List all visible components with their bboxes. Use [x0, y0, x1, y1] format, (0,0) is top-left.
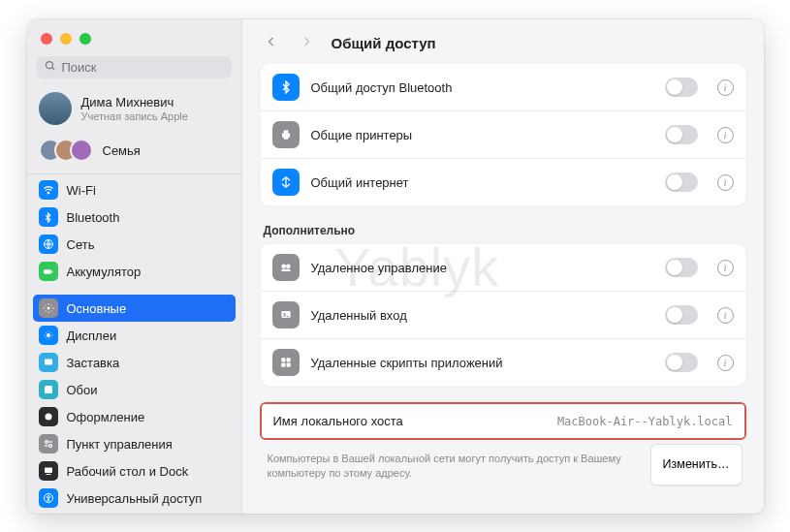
sidebar-item-control-center[interactable]: Пункт управления: [27, 430, 241, 457]
info-icon[interactable]: i: [717, 79, 734, 96]
row-internet-sharing[interactable]: Общий интернет i: [261, 159, 745, 205]
sidebar-item-screensaver[interactable]: Заставка: [27, 349, 241, 376]
back-button[interactable]: [262, 33, 281, 53]
svg-rect-21: [283, 137, 288, 140]
gear-icon: [39, 298, 58, 318]
row-bluetooth-sharing[interactable]: Общий доступ Bluetooth i: [261, 64, 745, 111]
svg-rect-25: [281, 311, 290, 318]
svg-rect-16: [46, 474, 50, 475]
row-remote-login[interactable]: Удаленный вход i: [261, 292, 745, 339]
family-row[interactable]: Семья: [27, 133, 241, 172]
advanced-panel: Удаленное управление i Удаленный вход i: [260, 243, 746, 387]
preferences-window: Yablyk Дима Михневич Учетная запись Appl…: [27, 19, 764, 514]
family-label: Семья: [103, 143, 141, 158]
remote-events-icon: [272, 349, 300, 376]
sidebar-item-label: Дисплеи: [67, 329, 117, 343]
accessibility-icon: [39, 488, 58, 508]
svg-rect-20: [283, 130, 288, 133]
advanced-section-label: Дополнительно: [264, 224, 743, 237]
sidebar-item-network[interactable]: Сеть: [27, 231, 241, 258]
local-hostname-highlight: Имя локального хоста MacBook-Air--Yablyk…: [260, 402, 746, 440]
display-icon: [39, 326, 58, 345]
window-controls: [27, 19, 241, 54]
svg-line-1: [51, 68, 54, 71]
sidebar-item-label: Пункт управления: [67, 437, 173, 452]
minimize-icon[interactable]: [60, 33, 72, 45]
svg-rect-9: [45, 386, 52, 393]
control-center-icon: [39, 434, 58, 454]
toggle[interactable]: [665, 353, 698, 372]
row-label: Общий интернет: [311, 175, 653, 190]
search-input[interactable]: [62, 60, 224, 75]
avatar: [39, 92, 72, 125]
svg-point-7: [47, 333, 50, 337]
sidebar-item-accessibility[interactable]: Универсальный доступ: [27, 485, 241, 512]
divider: [27, 173, 241, 174]
toggle[interactable]: [665, 305, 698, 325]
info-icon[interactable]: i: [717, 355, 734, 371]
sidebar-item-label: Аккумулятор: [67, 265, 142, 279]
svg-rect-8: [45, 360, 52, 365]
content-scroll[interactable]: Общий доступ Bluetooth i Общие принтеры …: [242, 63, 764, 514]
info-icon[interactable]: i: [717, 174, 734, 191]
toggle[interactable]: [665, 78, 698, 97]
info-icon[interactable]: i: [717, 260, 734, 276]
svg-point-6: [47, 307, 49, 310]
local-hostname-label: Имя локального хоста: [273, 414, 557, 428]
sidebar-item-label: Заставка: [67, 356, 120, 370]
svg-rect-26: [281, 358, 285, 361]
svg-point-10: [45, 414, 51, 421]
sidebar-item-label: Обои: [67, 383, 98, 397]
svg-point-13: [48, 445, 51, 448]
info-icon[interactable]: i: [717, 307, 734, 324]
zoom-icon[interactable]: [79, 33, 91, 45]
sidebar-item-bluetooth[interactable]: Bluetooth: [27, 203, 241, 231]
svg-rect-15: [45, 468, 52, 474]
svg-point-0: [46, 62, 52, 69]
row-label: Удаленный вход: [311, 308, 653, 323]
sidebar-item-label: Wi-Fi: [67, 183, 96, 198]
edit-button[interactable]: Изменить…: [650, 444, 743, 485]
svg-point-23: [286, 265, 291, 269]
globe-icon: [39, 235, 58, 254]
account-subtitle: Учетная запись Apple: [81, 110, 188, 122]
close-icon[interactable]: [41, 33, 52, 45]
sidebar-item-displays[interactable]: Дисплеи: [27, 322, 241, 349]
sidebar-item-appearance[interactable]: Оформление: [27, 403, 241, 430]
info-icon[interactable]: i: [717, 127, 734, 143]
sidebar-item-label: Оформление: [67, 410, 145, 424]
local-hostname-row[interactable]: Имя локального хоста MacBook-Air--Yablyk…: [262, 404, 744, 438]
svg-rect-27: [286, 358, 290, 361]
family-avatars: [39, 139, 93, 162]
row-label: Удаленное управление: [311, 261, 653, 275]
local-hostname-value: MacBook-Air--Yablyk.local: [557, 415, 733, 428]
row-printer-sharing[interactable]: Общие принтеры i: [261, 111, 745, 159]
row-remote-management[interactable]: Удаленное управление i: [261, 244, 745, 292]
row-remote-apple-events[interactable]: Удаленные скрипты приложений i: [261, 339, 745, 386]
page-title: Общий доступ: [332, 35, 436, 51]
toggle[interactable]: [665, 258, 698, 277]
screensaver-icon: [39, 353, 58, 372]
remote-login-icon: [272, 301, 300, 329]
toggle[interactable]: [665, 172, 698, 192]
sidebar-item-battery[interactable]: Аккумулятор: [27, 258, 241, 285]
dock-icon: [39, 461, 58, 481]
sidebar-item-label: Сеть: [67, 237, 95, 252]
svg-rect-28: [281, 363, 285, 367]
sharing-panel: Общий доступ Bluetooth i Общие принтеры …: [260, 63, 746, 206]
sidebar-item-wifi[interactable]: Wi-Fi: [27, 176, 241, 203]
printer-icon: [272, 121, 300, 148]
sidebar-item-wallpaper[interactable]: Обои: [27, 376, 241, 403]
wifi-icon: [39, 180, 58, 200]
sidebar-item-desktop-dock[interactable]: Рабочий стол и Dock: [27, 457, 241, 485]
appearance-icon: [39, 407, 58, 426]
sidebar-item-general[interactable]: Основные: [33, 295, 236, 322]
bluetooth-share-icon: [272, 74, 300, 101]
forward-button[interactable]: [297, 33, 316, 53]
row-label: Общие принтеры: [311, 128, 653, 142]
svg-rect-24: [281, 269, 290, 271]
account-row[interactable]: Дима Михневич Учетная запись Apple: [27, 86, 241, 133]
search-field[interactable]: [37, 56, 232, 78]
toggle[interactable]: [665, 125, 698, 144]
wallpaper-icon: [39, 380, 58, 399]
